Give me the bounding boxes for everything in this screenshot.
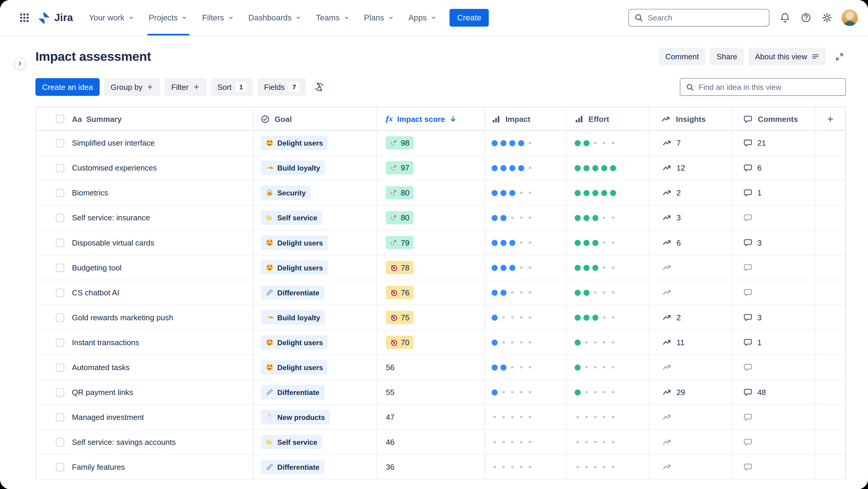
goal-pill[interactable]: Build loyalty — [261, 161, 325, 175]
table-row[interactable]: QR payment linksDifferentiate552948 — [36, 380, 845, 405]
table-row[interactable]: CS chatbot AIDifferentiate76 — [36, 280, 845, 305]
cell-comments[interactable]: 3 — [732, 230, 815, 255]
cell-goal[interactable]: Delight users — [254, 355, 377, 379]
expand-view-button[interactable] — [830, 48, 848, 65]
column-header-summary[interactable]: Aa Summary — [36, 107, 253, 130]
notifications-button[interactable] — [776, 9, 794, 27]
goal-pill[interactable]: Differentiate — [261, 385, 324, 399]
find-idea-input[interactable] — [699, 82, 840, 91]
cell-goal[interactable]: Build loyalty — [254, 305, 377, 329]
cell-impact-score[interactable]: 76 — [377, 280, 485, 305]
cell-goal[interactable]: Differentiate — [254, 280, 377, 305]
table-row[interactable]: Disposable virtual cardsDelight users796… — [36, 230, 845, 255]
cell-impact-score[interactable]: 80 — [377, 205, 485, 230]
cell-insights[interactable]: 2 — [649, 305, 732, 329]
goal-pill[interactable]: Delight users — [261, 260, 328, 275]
cell-goal[interactable]: Delight users — [254, 131, 377, 155]
cell-summary[interactable]: Self service: savings accounts — [36, 430, 253, 454]
help-button[interactable] — [797, 9, 815, 27]
cell-summary[interactable]: Budgeting tool — [36, 255, 253, 280]
cell-comments[interactable] — [732, 405, 815, 429]
row-checkbox[interactable] — [56, 463, 64, 471]
cell-impact-score[interactable]: 56 — [377, 355, 485, 379]
column-header-impact[interactable]: Impact — [485, 107, 566, 130]
sort-button[interactable]: Sort 1 — [211, 78, 253, 96]
table-row[interactable]: Gold rewards marketing pushBuild loyalty… — [36, 305, 845, 330]
cell-comments[interactable]: 3 — [732, 305, 815, 329]
cell-insights[interactable]: 29 — [649, 380, 732, 404]
table-row[interactable]: Simplified user interfaceDelight users98… — [36, 131, 845, 156]
row-checkbox[interactable] — [56, 213, 64, 222]
row-checkbox[interactable] — [56, 238, 64, 247]
table-row[interactable]: Managed investmentNew products47 — [36, 405, 845, 430]
cell-insights[interactable]: 12 — [649, 156, 732, 180]
goal-pill[interactable]: Delight users — [261, 136, 328, 150]
cell-summary[interactable]: Instant transactions — [36, 330, 253, 354]
cell-comments[interactable]: 21 — [732, 131, 815, 155]
row-checkbox[interactable] — [56, 164, 64, 172]
nav-item-dashboards[interactable]: Dashboards — [241, 0, 309, 36]
row-checkbox[interactable] — [56, 413, 64, 422]
table-row[interactable]: Customised experiencesBuild loyalty97126 — [36, 156, 845, 181]
cell-insights[interactable] — [649, 455, 732, 479]
cell-insights[interactable]: 2 — [649, 181, 732, 205]
cell-impact-score[interactable]: 46 — [377, 430, 485, 454]
cell-insights[interactable]: 3 — [649, 205, 732, 230]
cell-goal[interactable]: Differentiate — [254, 380, 377, 404]
cell-summary[interactable]: Automated tasks — [36, 355, 253, 379]
goal-pill[interactable]: Self service — [261, 210, 322, 225]
cell-summary[interactable]: Disposable virtual cards — [36, 230, 253, 255]
cell-impact-score[interactable]: 78 — [377, 255, 485, 280]
create-button[interactable]: Create — [450, 9, 489, 27]
table-row[interactable]: Automated tasksDelight users56 — [36, 355, 845, 380]
table-row[interactable]: BiometricsSecurity8021 — [36, 181, 845, 205]
cell-comments[interactable]: 1 — [732, 330, 815, 354]
sidebar-expand-button[interactable] — [14, 58, 26, 70]
auto-sort-button[interactable] — [311, 78, 328, 96]
table-row[interactable]: Instant transactionsDelight users70111 — [36, 330, 845, 355]
cell-impact-score[interactable]: 36 — [377, 455, 485, 479]
cell-impact-score[interactable]: 75 — [377, 305, 485, 329]
global-search-input[interactable] — [648, 13, 764, 22]
cell-goal[interactable]: Delight users — [254, 330, 377, 354]
column-header-comments[interactable]: Comments — [732, 107, 815, 130]
global-search[interactable] — [628, 9, 769, 27]
cell-insights[interactable] — [649, 430, 732, 454]
add-column-button[interactable] — [815, 107, 845, 130]
select-all-checkbox[interactable] — [56, 115, 64, 123]
cell-impact-score[interactable]: 70 — [377, 330, 485, 354]
cell-summary[interactable]: Family features — [36, 455, 253, 479]
cell-summary[interactable]: Gold rewards marketing push — [36, 305, 253, 329]
cell-insights[interactable] — [649, 355, 732, 379]
nav-item-projects[interactable]: Projects — [142, 0, 195, 36]
row-checkbox[interactable] — [56, 313, 64, 321]
cell-summary[interactable]: Simplified user interface — [36, 131, 253, 155]
row-checkbox[interactable] — [56, 438, 64, 446]
create-idea-button[interactable]: Create an idea — [36, 78, 100, 96]
row-checkbox[interactable] — [56, 363, 64, 371]
nav-item-plans[interactable]: Plans — [357, 0, 401, 36]
cell-summary[interactable]: CS chatbot AI — [36, 280, 253, 305]
cell-impact-score[interactable]: 79 — [377, 230, 485, 255]
column-header-insights[interactable]: Insights — [649, 107, 732, 130]
cell-goal[interactable]: Self service — [254, 430, 377, 454]
cell-goal[interactable]: Differentiate — [254, 455, 377, 479]
cell-impact-score[interactable]: 47 — [377, 405, 485, 429]
cell-comments[interactable]: 48 — [732, 380, 815, 404]
table-row[interactable]: Family featuresDifferentiate36 — [36, 455, 845, 480]
column-header-goal[interactable]: Goal — [254, 107, 377, 130]
nav-item-apps[interactable]: Apps — [401, 0, 444, 36]
comment-button[interactable]: Comment — [659, 48, 706, 65]
cell-insights[interactable] — [649, 280, 732, 305]
nav-item-your-work[interactable]: Your work — [82, 0, 142, 36]
table-row[interactable]: Budgeting toolDelight users78 — [36, 255, 845, 280]
cell-impact-score[interactable]: 97 — [377, 156, 485, 180]
cell-insights[interactable]: 7 — [649, 131, 732, 155]
cell-comments[interactable] — [732, 255, 815, 280]
cell-comments[interactable]: 6 — [732, 156, 815, 180]
goal-pill[interactable]: Build loyalty — [261, 310, 325, 325]
settings-button[interactable] — [818, 9, 836, 27]
goal-pill[interactable]: Security — [261, 185, 311, 200]
cell-impact-score[interactable]: 80 — [377, 181, 485, 205]
cell-goal[interactable]: Security — [254, 181, 377, 205]
